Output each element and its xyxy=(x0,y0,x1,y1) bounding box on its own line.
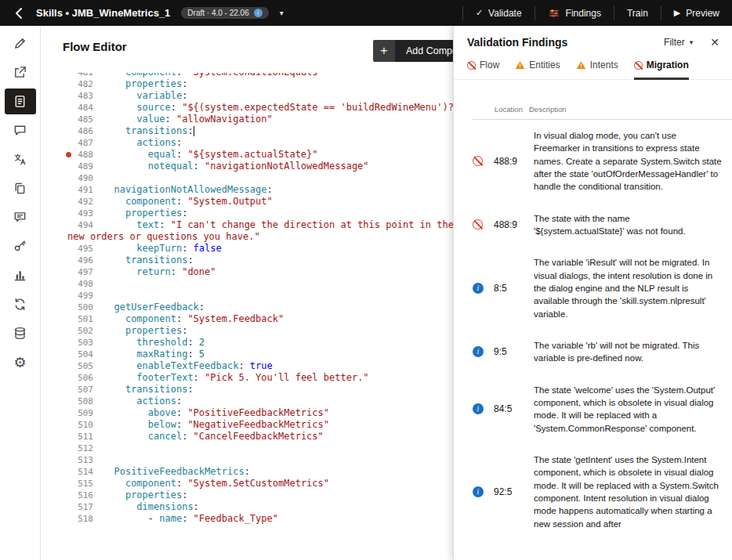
version-badge-label: Draft · 4.0 - 22.06 xyxy=(187,9,248,17)
line-number: 491 xyxy=(41,184,103,196)
info-icon: i xyxy=(473,346,484,357)
finding-row[interactable]: i8:5The variable 'iResult' will not be m… xyxy=(454,247,732,330)
left-sidebar: ⚙ xyxy=(0,26,41,560)
sidebar-item-pages[interactable] xyxy=(5,175,36,201)
finding-row[interactable]: i92:5The state 'getIntent' uses the Syst… xyxy=(454,444,732,540)
line-number: 493 xyxy=(41,208,103,219)
code-text: return: "done" xyxy=(103,266,216,278)
filter-label: Filter xyxy=(664,37,685,48)
sidebar-item-flow-editor[interactable] xyxy=(5,89,36,114)
sidebar-item-sync[interactable] xyxy=(5,291,36,317)
sidebar-item-translation[interactable] xyxy=(5,146,36,172)
error-icon xyxy=(473,156,483,166)
line-number: 507 xyxy=(41,384,103,396)
finding-severity: i xyxy=(473,486,487,497)
findings-column-headers: Location Description xyxy=(473,105,732,120)
tab-entities-label: Entities xyxy=(529,60,560,70)
code-text: keepTurn: false xyxy=(103,243,222,255)
sidebar-item-insights[interactable] xyxy=(5,262,36,288)
finding-description: The state 'welcome' uses the 'System.Out… xyxy=(534,384,726,435)
sidebar-item-design[interactable] xyxy=(5,31,36,56)
line-number: 504 xyxy=(41,349,103,360)
line-number: 517 xyxy=(41,501,103,513)
skill-title: Skills • JMB_WineMetrics_1 xyxy=(36,7,170,19)
code-text: properties: xyxy=(103,208,187,219)
findings-list[interactable]: 488:9In visual dialog mode, you can't us… xyxy=(454,120,732,560)
sidebar-item-keys[interactable] xyxy=(5,233,36,259)
validate-button[interactable]: ✓ Validate xyxy=(463,0,535,26)
train-button[interactable]: Train xyxy=(614,0,661,26)
tab-entities[interactable]: Entities xyxy=(515,60,560,80)
line-number: 485 xyxy=(41,114,103,125)
line-number xyxy=(41,231,67,243)
findings-button[interactable]: Findings xyxy=(535,0,614,26)
finding-severity: i xyxy=(473,403,487,414)
validate-label: Validate xyxy=(488,8,521,19)
back-button[interactable] xyxy=(0,0,36,26)
tab-intents[interactable]: Intents xyxy=(576,60,618,80)
line-number: 498 xyxy=(41,278,103,290)
finding-row[interactable]: i84:5The state 'welcome' uses the 'Syste… xyxy=(454,374,732,444)
preview-button[interactable]: ▶ Preview xyxy=(661,0,732,26)
findings-icon xyxy=(548,7,560,20)
info-icon: i xyxy=(473,403,484,414)
line-number: 510 xyxy=(41,419,103,431)
translate-icon xyxy=(13,152,27,167)
line-number: 486 xyxy=(41,125,103,137)
finding-row[interactable]: 488:9In visual dialog mode, you can't us… xyxy=(454,120,732,203)
finding-severity xyxy=(473,219,487,229)
line-number: 484 xyxy=(41,102,103,114)
line-number: 499 xyxy=(41,290,103,302)
sidebar-item-data[interactable] xyxy=(5,320,36,346)
error-icon xyxy=(473,219,483,229)
code-text: above: "PositiveFeedbackMetrics" xyxy=(103,407,329,419)
column-description: Description xyxy=(529,105,732,114)
sidebar-item-test[interactable] xyxy=(5,60,36,85)
code-text: component: "System.Feedback" xyxy=(103,313,284,325)
code-text: footerText: "Pick 5. You'll feel better.… xyxy=(103,372,369,384)
error-icon xyxy=(467,61,476,70)
code-text: source: "${(system.expectedState == 'bui… xyxy=(103,102,465,114)
filter-button[interactable]: Filter ▾ xyxy=(664,37,693,48)
line-number: 483 xyxy=(41,90,103,102)
code-text: enableTextFeedback: true xyxy=(103,360,273,372)
line-number: 514 xyxy=(41,466,103,478)
code-text: threshold: 2 xyxy=(103,337,205,349)
finding-location: 92:5 xyxy=(494,486,527,497)
finding-location: 488:9 xyxy=(494,219,527,230)
code-text: maxRating: 5 xyxy=(103,349,205,360)
close-button[interactable]: ✕ xyxy=(707,34,723,50)
code-text: properties: xyxy=(103,490,187,501)
code-text: below: "NegativeFeedbackMetrics" xyxy=(103,419,329,431)
version-badge[interactable]: Draft · 4.0 - 22.06 i xyxy=(181,7,268,19)
finding-location: 488:9 xyxy=(494,156,527,167)
code-text: dimensions: xyxy=(103,501,199,513)
sidebar-item-conversation[interactable] xyxy=(5,117,36,143)
line-number: 509 xyxy=(41,407,103,419)
chat-bubble-icon xyxy=(13,123,27,138)
finding-location: 84:5 xyxy=(494,403,527,414)
line-number: 492 xyxy=(41,196,103,208)
info-icon: i xyxy=(473,283,484,294)
key-icon xyxy=(13,239,27,254)
finding-description: In visual dialog mode, you can't use Fre… xyxy=(534,129,726,193)
tab-migration[interactable]: Migration xyxy=(634,60,689,80)
panel-header: Validation Findings Filter ▾ ✕ xyxy=(454,26,732,55)
finding-row[interactable]: i9:5The variable 'rb' will not be migrat… xyxy=(454,330,732,374)
sidebar-item-comments[interactable] xyxy=(5,204,36,230)
code-text: navigationNotAllowedMessage: xyxy=(103,184,273,196)
plus-icon: + xyxy=(373,40,395,62)
code-text: notequal: "navigationNotAllowedMessage" xyxy=(103,161,369,172)
copy-pages-icon xyxy=(13,181,27,196)
finding-severity xyxy=(473,156,487,166)
version-dropdown-caret[interactable]: ▾ xyxy=(277,5,287,20)
check-icon: ✓ xyxy=(476,8,483,18)
finding-row[interactable]: 488:9The state with the name '${system.a… xyxy=(454,203,732,247)
code-text: value: "allowNavigation" xyxy=(103,114,273,125)
export-icon xyxy=(13,65,27,80)
tab-flow[interactable]: Flow xyxy=(467,60,499,80)
tab-migration-label: Migration xyxy=(647,60,689,70)
sidebar-item-settings[interactable]: ⚙ xyxy=(5,349,36,375)
findings-tabs: Flow Entities Intents Migration xyxy=(454,55,732,80)
line-number: 508 xyxy=(41,396,103,407)
